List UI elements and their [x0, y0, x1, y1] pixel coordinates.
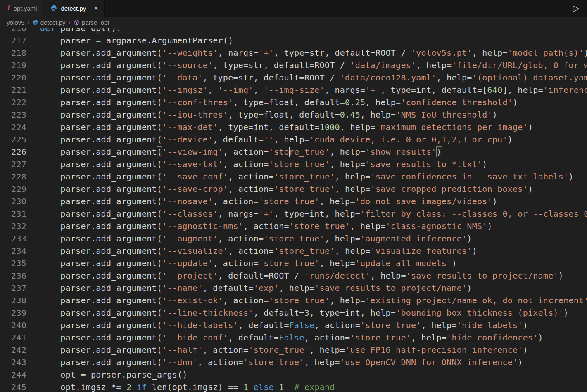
code-text: parser.add_argument('--line-thickness', …: [26, 308, 568, 318]
code-lines: 216def parse_opt():217 parser = argparse…: [0, 28, 587, 392]
line-number[interactable]: 220: [0, 73, 26, 83]
code-line[interactable]: 224 parser.add_argument('--max-det', typ…: [0, 121, 587, 133]
line-number[interactable]: 223: [0, 110, 26, 120]
code-line[interactable]: 242 parser.add_argument('--half', action…: [0, 344, 587, 356]
run-button[interactable]: ▷: [566, 0, 587, 17]
python-file-icon: [33, 19, 38, 25]
code-line[interactable]: 236 parser.add_argument('--project', def…: [0, 269, 587, 282]
code-text: parser.add_argument('--hide-labels', def…: [26, 320, 528, 330]
code-line[interactable]: 237 parser.add_argument('--name', defaul…: [0, 282, 587, 294]
code-line[interactable]: 226 parser.add_argument('--view-img', ac…: [0, 146, 587, 158]
code-line[interactable]: 217 parser = argparse.ArgumentParser(): [0, 34, 587, 47]
line-number[interactable]: 222: [0, 97, 26, 107]
line-number[interactable]: 230: [0, 196, 26, 206]
symbol-cube-icon: [74, 19, 80, 26]
code-line[interactable]: 220 parser.add_argument('--data', type=s…: [0, 71, 587, 84]
breadcrumb-label: detect.py: [40, 19, 66, 26]
line-number[interactable]: 235: [0, 258, 26, 268]
line-number[interactable]: 234: [0, 246, 26, 256]
code-line[interactable]: 245 opt.imgsz *= 2 if len(opt.imgsz) == …: [0, 381, 587, 392]
code-text: parser.add_argument('--exist-ok', action…: [26, 295, 587, 305]
code-line[interactable]: 222 parser.add_argument('--conf-thres', …: [0, 96, 587, 109]
breadcrumb-label: yolov5: [7, 19, 24, 26]
line-number[interactable]: 245: [0, 382, 26, 392]
breadcrumb-item-yolov5[interactable]: yolov5: [7, 19, 24, 26]
code-text: parser.add_argument('--nosave', action='…: [26, 196, 497, 206]
breadcrumb-item-detect-py[interactable]: detect.py: [33, 19, 66, 26]
vscode-window: ! opt.yaml detect.py × ▷ yolov5 ›: [0, 0, 587, 392]
close-tab-icon[interactable]: ×: [94, 5, 98, 12]
code-text: parser.add_argument('--half', action='st…: [26, 345, 528, 355]
code-line[interactable]: 227 parser.add_argument('--save-txt', ac…: [0, 158, 587, 170]
yaml-file-icon: !: [7, 4, 10, 12]
code-text: opt = parser.parse_args(): [26, 370, 188, 380]
line-number[interactable]: 232: [0, 221, 26, 231]
line-number[interactable]: 242: [0, 345, 26, 355]
code-text: parser.add_argument('--hide-conf', defau…: [26, 333, 543, 342]
code-line[interactable]: 234 parser.add_argument('--visualize', a…: [0, 245, 587, 257]
code-line[interactable]: 219 parser.add_argument('--source', type…: [0, 59, 587, 71]
tab-opt-yaml[interactable]: ! opt.yaml: [0, 0, 43, 17]
line-number[interactable]: 216: [0, 28, 26, 33]
code-line[interactable]: 225 parser.add_argument('--device', defa…: [0, 133, 587, 146]
code-text: parser.add_argument('--update', action='…: [26, 258, 457, 268]
code-line[interactable]: 239 parser.add_argument('--line-thicknes…: [0, 307, 587, 319]
code-text: parser.add_argument('--visualize', actio…: [26, 246, 477, 256]
line-number[interactable]: 229: [0, 184, 26, 194]
line-number[interactable]: 227: [0, 159, 26, 169]
code-line[interactable]: 221 parser.add_argument('--imgsz', '--im…: [0, 84, 587, 96]
code-text: parser = argparse.ArgumentParser(): [26, 35, 233, 45]
code-editor[interactable]: 216def parse_opt():217 parser = argparse…: [0, 28, 587, 392]
code-line[interactable]: 223 parser.add_argument('--iou-thres', t…: [0, 109, 587, 121]
code-line[interactable]: 243 parser.add_argument('--dnn', action=…: [0, 356, 587, 368]
text-cursor: [289, 147, 290, 157]
line-number[interactable]: 226: [0, 147, 26, 157]
line-number[interactable]: 231: [0, 209, 26, 219]
code-text: parser.add_argument('--save-conf', actio…: [26, 172, 574, 182]
chevron-right-icon: ›: [27, 19, 29, 26]
line-number[interactable]: 225: [0, 135, 26, 144]
code-text: parser.add_argument('--view-img', action…: [26, 147, 442, 157]
code-line[interactable]: 244 opt = parser.parse_args(): [0, 368, 587, 381]
line-number[interactable]: 228: [0, 172, 26, 182]
line-number[interactable]: 218: [0, 48, 26, 58]
code-text: parser.add_argument('--source', type=str…: [26, 60, 587, 70]
code-text: opt.imgsz *= 2 if len(opt.imgsz) == 1 el…: [26, 382, 335, 392]
code-line[interactable]: 235 parser.add_argument('--update', acti…: [0, 257, 587, 269]
code-text: parser.add_argument('--classes', nargs='…: [26, 209, 587, 219]
line-number[interactable]: 244: [0, 370, 26, 380]
tab-bar-spacer: [105, 0, 566, 17]
code-line[interactable]: 231 parser.add_argument('--classes', nar…: [0, 208, 587, 220]
breadcrumb-item-parse-opt[interactable]: parse_opt: [74, 19, 109, 26]
code-line[interactable]: 230 parser.add_argument('--nosave', acti…: [0, 195, 587, 208]
code-line[interactable]: 216def parse_opt():: [0, 28, 587, 34]
code-line[interactable]: 218 parser.add_argument('--weights', nar…: [0, 47, 587, 59]
code-line[interactable]: 238 parser.add_argument('--exist-ok', ac…: [0, 294, 587, 307]
line-number[interactable]: 237: [0, 283, 26, 293]
code-text: parser.add_argument('--weights', nargs='…: [26, 48, 587, 58]
code-line[interactable]: 241 parser.add_argument('--hide-conf', d…: [0, 331, 587, 344]
code-text: parser.add_argument('--device', default=…: [26, 135, 513, 144]
line-number[interactable]: 243: [0, 357, 26, 367]
line-number[interactable]: 241: [0, 333, 26, 342]
code-line[interactable]: 228 parser.add_argument('--save-conf', a…: [0, 170, 587, 183]
code-text: parser.add_argument('--iou-thres', type=…: [26, 110, 497, 120]
line-number[interactable]: 240: [0, 320, 26, 330]
code-line[interactable]: 229 parser.add_argument('--save-crop', a…: [0, 183, 587, 195]
tab-bar: ! opt.yaml detect.py × ▷: [0, 0, 587, 17]
code-line[interactable]: 232 parser.add_argument('--agnostic-nms'…: [0, 220, 587, 232]
code-text: parser.add_argument('--dnn', action='sto…: [26, 357, 523, 367]
line-number[interactable]: 224: [0, 122, 26, 132]
bracket-match-highlight: [436, 146, 442, 157]
tab-detect-py[interactable]: detect.py ×: [43, 0, 104, 17]
tab-label: detect.py: [61, 5, 86, 12]
line-number[interactable]: 239: [0, 308, 26, 318]
code-line[interactable]: 240 parser.add_argument('--hide-labels',…: [0, 319, 587, 331]
line-number[interactable]: 221: [0, 85, 26, 95]
line-number[interactable]: 233: [0, 234, 26, 243]
line-number[interactable]: 219: [0, 60, 26, 70]
line-number[interactable]: 238: [0, 295, 26, 305]
code-line[interactable]: 233 parser.add_argument('--augment', act…: [0, 232, 587, 245]
line-number[interactable]: 236: [0, 271, 26, 281]
line-number[interactable]: 217: [0, 35, 26, 45]
